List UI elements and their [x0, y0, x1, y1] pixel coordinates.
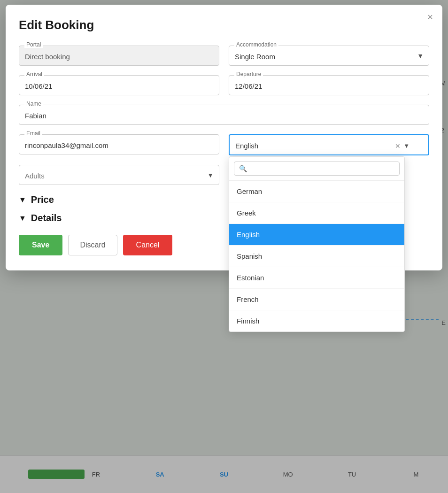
details-section-title: Details	[31, 213, 62, 223]
discard-button[interactable]: Discard	[68, 235, 117, 255]
email-field: Email	[19, 134, 219, 154]
departure-label: Departure	[234, 71, 263, 77]
language-selected-value: English	[235, 142, 258, 150]
language-option-english[interactable]: English	[229, 224, 404, 246]
details-chevron-icon: ▼	[19, 214, 26, 223]
language-icons: ✕ ▼	[395, 142, 409, 150]
accommodation-field: Accommodation ▼	[229, 46, 429, 66]
name-label: Name	[24, 100, 43, 107]
arrival-input[interactable]	[19, 75, 219, 95]
language-chevron-icon: ▼	[403, 142, 409, 149]
name-input[interactable]	[19, 105, 429, 125]
language-option-finnish[interactable]: Finnish	[229, 310, 404, 331]
accommodation-label: Accommodation	[234, 41, 278, 48]
language-search-wrap: 🔍	[234, 162, 400, 176]
close-button[interactable]: ×	[427, 12, 433, 22]
language-option-estonian[interactable]: Estonian	[229, 267, 404, 289]
save-button[interactable]: Save	[19, 235, 62, 255]
price-section-title: Price	[31, 194, 54, 205]
price-chevron-icon: ▼	[19, 196, 26, 204]
form-row-4: Email English ✕ ▼ 🔍	[19, 134, 429, 155]
language-search-input[interactable]	[250, 165, 394, 172]
language-field: English ✕ ▼ 🔍 German	[229, 134, 429, 155]
language-select-box[interactable]: English ✕ ▼	[229, 134, 429, 155]
language-dropdown-menu: 🔍 German Greek English Spanish Estonian …	[229, 156, 405, 332]
modal-title: Edit Booking	[19, 18, 429, 32]
form-row-1: Portal Accommodation ▼	[19, 46, 429, 66]
language-option-german[interactable]: German	[229, 181, 404, 202]
departure-field: Departure	[229, 75, 429, 95]
form-row-2: Arrival Departure	[19, 75, 429, 95]
modal-overlay: Edit Booking × Portal Accommodation ▼ Ar…	[0, 0, 448, 493]
name-field: Name	[19, 105, 429, 125]
email-input[interactable]	[19, 134, 219, 154]
clear-language-icon[interactable]: ✕	[395, 142, 401, 150]
language-option-french[interactable]: French	[229, 289, 404, 310]
portal-label: Portal	[24, 41, 43, 48]
departure-input[interactable]	[229, 75, 429, 95]
arrival-field: Arrival	[19, 75, 219, 95]
edit-booking-modal: Edit Booking × Portal Accommodation ▼ Ar…	[6, 5, 442, 270]
adults-field: ▼	[19, 165, 219, 185]
cancel-button[interactable]: Cancel	[123, 235, 173, 255]
language-search-icon: 🔍	[239, 165, 247, 172]
arrival-label: Arrival	[24, 71, 44, 77]
form-row-3: Name	[19, 105, 429, 125]
accommodation-input[interactable]	[229, 46, 429, 66]
language-search-box: 🔍	[229, 157, 404, 181]
portal-input	[19, 46, 219, 66]
language-options-list: German Greek English Spanish Estonian Fr…	[229, 181, 404, 331]
adults-input[interactable]	[19, 165, 219, 185]
portal-field: Portal	[19, 46, 219, 66]
language-option-greek[interactable]: Greek	[229, 202, 404, 224]
email-label: Email	[24, 130, 42, 137]
language-option-spanish[interactable]: Spanish	[229, 246, 404, 267]
